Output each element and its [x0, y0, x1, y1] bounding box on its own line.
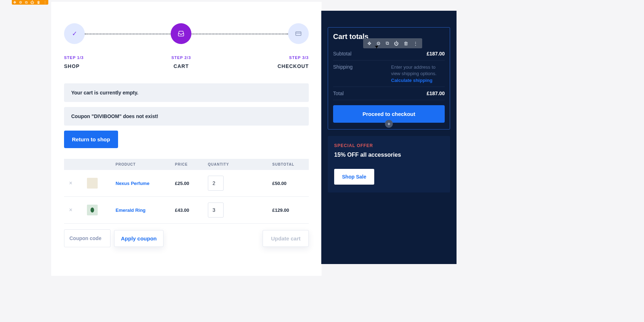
move-icon[interactable]: ✥ [367, 41, 371, 46]
header-price: PRICE [175, 162, 208, 166]
step-label: CHECKOUT [278, 63, 309, 69]
product-link[interactable]: Nexus Perfume [116, 181, 150, 186]
header-product: PRODUCT [116, 162, 175, 166]
trash-icon[interactable]: 🗑 [37, 0, 40, 4]
item-price: £43.00 [175, 208, 208, 213]
calculate-shipping-link[interactable]: Calculate shipping [391, 78, 445, 83]
duplicate-icon[interactable]: ⧉ [386, 40, 389, 46]
item-subtotal: £50.00 [272, 181, 304, 186]
trash-icon[interactable]: 🗑 [404, 41, 408, 46]
cart-header-row: PRODUCT PRICE QUANTITY SUBTOTAL [64, 159, 309, 170]
offer-tag: SPECIAL OFFER [334, 143, 444, 148]
special-offer-module: SPECIAL OFFER 15% OFF all accessories Sh… [328, 136, 450, 192]
module-toolbar-orange[interactable]: ✥ ⚙ ⧉ ⏻ 🗑 ⋮ [12, 0, 48, 5]
cart-sidebar: Cart totals Subtotal £187.00 Shipping En… [321, 11, 457, 264]
remove-item-button[interactable]: × [69, 180, 72, 186]
item-price: £25.00 [175, 181, 208, 186]
shipping-label: Shipping [333, 64, 353, 83]
total-label: Total [333, 91, 344, 96]
remove-item-button[interactable]: × [69, 207, 72, 213]
cart-table: PRODUCT PRICE QUANTITY SUBTOTAL × Nexus … [64, 159, 309, 247]
duplicate-icon[interactable]: ⧉ [25, 0, 28, 5]
more-icon[interactable]: ⋮ [43, 0, 47, 4]
subtotal-value: £187.00 [426, 51, 445, 57]
coupon-code-input[interactable] [64, 229, 111, 247]
item-subtotal: £129.00 [272, 208, 304, 213]
cart-main-panel: ✓ STEP 1/3 SHOP STEP 2/3 CART STEP 3/3 C… [51, 2, 322, 276]
total-row: Total £187.00 [333, 87, 445, 100]
quantity-input[interactable] [208, 176, 224, 191]
total-value: £187.00 [426, 91, 445, 96]
step-number: STEP 2/3 [171, 55, 191, 60]
move-icon[interactable]: ✥ [13, 0, 16, 4]
offer-headline: 15% OFF all accessories [334, 152, 444, 158]
checkout-steps: ✓ STEP 1/3 SHOP STEP 2/3 CART STEP 3/3 C… [64, 23, 309, 69]
step-label: SHOP [64, 63, 80, 69]
step-cart[interactable]: STEP 2/3 CART [171, 23, 191, 69]
power-icon[interactable]: ⏻ [30, 0, 34, 4]
step-number: STEP 3/3 [289, 55, 309, 60]
more-icon[interactable]: ⋮ [413, 41, 418, 46]
step-checkout[interactable]: STEP 3/3 CHECKOUT [278, 23, 309, 69]
shop-sale-button[interactable]: Shop Sale [334, 169, 374, 185]
product-thumbnail[interactable] [87, 205, 98, 215]
step-number: STEP 1/3 [64, 55, 84, 60]
check-icon: ✓ [64, 23, 85, 44]
notice-empty-cart: Your cart is currently empty. [64, 83, 309, 102]
card-icon [288, 23, 309, 44]
update-cart-button[interactable]: Update cart [263, 230, 309, 247]
product-thumbnail[interactable] [87, 178, 98, 189]
header-quantity: QUANTITY [208, 162, 272, 166]
shipping-row: Shipping Enter your address to view ship… [333, 60, 445, 87]
table-row: × Nexus Perfume £25.00 £50.00 [64, 170, 309, 197]
header-subtotal: SUBTOTAL [272, 162, 304, 166]
table-row: × Emerald Ring £43.00 £129.00 [64, 197, 309, 224]
product-link[interactable]: Emerald Ring [116, 208, 146, 213]
gear-icon[interactable]: ⚙ [19, 0, 22, 4]
coupon-row: Apply coupon Update cart [64, 229, 309, 247]
subtotal-row: Subtotal £187.00 [333, 47, 445, 60]
step-shop[interactable]: ✓ STEP 1/3 SHOP [64, 23, 85, 69]
apply-coupon-button[interactable]: Apply coupon [114, 230, 164, 247]
module-toolbar-dark[interactable]: ✥ ⚙ ⧉ ⏻ 🗑 ⋮ [363, 38, 422, 48]
quantity-input[interactable] [208, 203, 224, 218]
shipping-message: Enter your address to view shipping opti… [391, 64, 445, 77]
add-module-button[interactable]: + [385, 120, 393, 128]
return-to-shop-button[interactable]: Return to shop [64, 131, 118, 148]
notice-coupon-error: Coupon "DIVIBOOM" does not exist! [64, 107, 309, 126]
power-icon[interactable]: ⏻ [394, 41, 399, 46]
subtotal-label: Subtotal [333, 51, 351, 57]
step-label: CART [174, 63, 189, 69]
inbox-icon [171, 23, 191, 44]
svg-rect-0 [296, 32, 301, 36]
